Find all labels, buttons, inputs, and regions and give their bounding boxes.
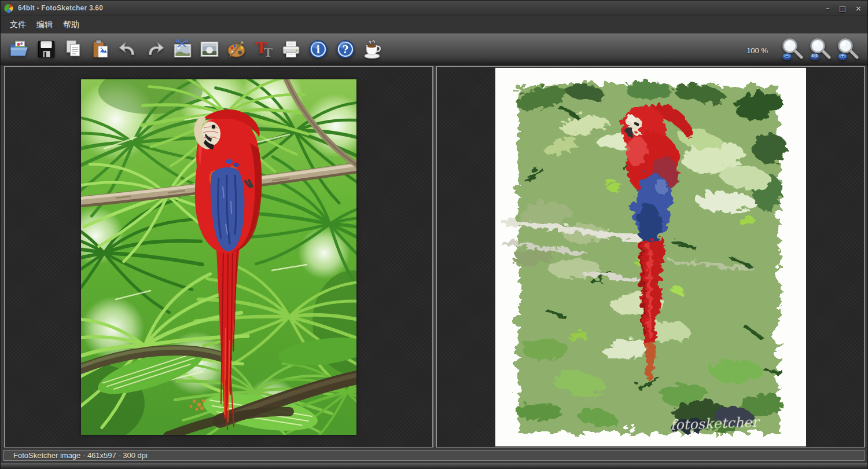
- floppy-disk-icon: [36, 39, 57, 60]
- text-icon: T T: [253, 39, 274, 60]
- magnifier-minus-icon: [781, 38, 805, 63]
- zoom-controls: − 1:1 +: [781, 38, 860, 63]
- app-logo-icon: [4, 3, 14, 13]
- svg-text:i: i: [317, 43, 321, 56]
- redo-arrow-icon: [145, 39, 165, 60]
- titlebar[interactable]: 64bit - FotoSketcher 3.60 – □ ×: [1, 1, 867, 16]
- redo-button[interactable]: [144, 37, 167, 61]
- drawing-parameters-button[interactable]: [225, 37, 248, 61]
- coffee-cup-icon: [362, 39, 383, 60]
- zoom-in-symbol: +: [838, 53, 847, 58]
- printer-icon: [281, 39, 301, 60]
- copy-button[interactable]: [62, 37, 85, 61]
- donate-button[interactable]: [361, 37, 384, 61]
- maximize-button[interactable]: □: [839, 5, 846, 12]
- original-image-panel[interactable]: [4, 66, 433, 448]
- add-text-button[interactable]: T T: [252, 37, 275, 61]
- folder-open-icon: [9, 39, 30, 60]
- svg-text:T: T: [264, 46, 273, 60]
- undo-arrow-icon: [117, 39, 138, 60]
- print-button[interactable]: [279, 37, 303, 61]
- window-frame-bottom: [1, 463, 867, 469]
- view-image-button[interactable]: [198, 37, 221, 61]
- statusbar-field: FotoSketcher image - 461x597 - 300 dpi: [3, 450, 865, 461]
- open-image-button[interactable]: [8, 37, 31, 61]
- paste-button[interactable]: [89, 37, 112, 61]
- menu-edit[interactable]: 编辑: [35, 18, 54, 32]
- magnifier-plus-icon: [836, 38, 860, 63]
- minimize-button[interactable]: –: [826, 5, 830, 12]
- zoom-out-symbol: −: [782, 53, 792, 58]
- copy-pages-icon: [63, 39, 84, 60]
- zoom-level-label: 100 %: [746, 46, 768, 55]
- menubar: 文件 编辑 帮助: [1, 16, 867, 34]
- zoom-out-button[interactable]: −: [781, 38, 805, 63]
- close-button[interactable]: ×: [855, 5, 862, 12]
- signature-text: fotosketcher: [670, 414, 761, 433]
- toolbar: T T: [1, 34, 867, 65]
- toolbar-buttons: T T: [8, 37, 384, 61]
- edit-image-button[interactable]: [171, 37, 194, 61]
- svg-text:?: ?: [343, 43, 349, 56]
- photo-icon: [199, 39, 220, 60]
- window-title: 64bit - FotoSketcher 3.60: [18, 4, 103, 12]
- zoom-actual-size-button[interactable]: 1:1: [808, 38, 833, 63]
- statusbar: FotoSketcher image - 461x597 - 300 dpi: [1, 448, 867, 463]
- zoom-actual-size-symbol: 1:1: [810, 53, 819, 58]
- original-photo[interactable]: [81, 79, 356, 435]
- app-window: 64bit - FotoSketcher 3.60 – □ × 文件 编辑 帮助: [0, 0, 868, 469]
- menu-file[interactable]: 文件: [9, 18, 27, 32]
- zoom-in-button[interactable]: +: [836, 38, 860, 63]
- magnifier-actual-size-icon: [808, 38, 833, 63]
- about-button[interactable]: i: [307, 37, 330, 61]
- status-text: FotoSketcher image - 461x597 - 300 dpi: [13, 451, 148, 460]
- info-icon: i: [308, 39, 329, 60]
- save-image-button[interactable]: [35, 37, 58, 61]
- result-painting[interactable]: fotosketcher: [495, 68, 806, 446]
- clipboard-paste-icon: [90, 39, 111, 60]
- help-button[interactable]: ?: [334, 37, 357, 61]
- palette-icon: [226, 39, 247, 60]
- workspace: fotosketcher: [1, 65, 867, 448]
- undo-button[interactable]: [116, 37, 139, 61]
- help-icon: ?: [335, 39, 356, 60]
- result-image-panel[interactable]: fotosketcher: [436, 66, 865, 448]
- window-controls: – □ ×: [826, 1, 862, 16]
- menu-help[interactable]: 帮助: [62, 18, 80, 32]
- scissors-photo-icon: [172, 39, 193, 60]
